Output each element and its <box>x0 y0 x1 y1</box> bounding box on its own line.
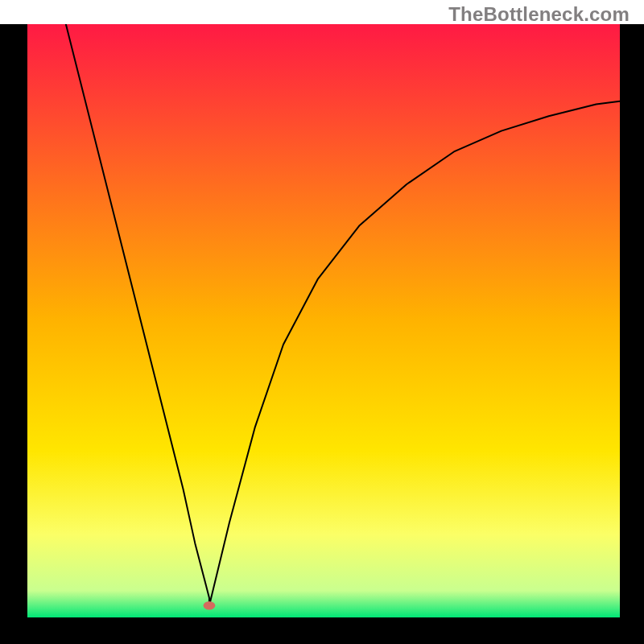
frame-left <box>0 0 27 644</box>
chart-stage: TheBottleneck.com <box>0 0 644 644</box>
minimum-marker <box>204 601 216 609</box>
watermark-text: TheBottleneck.com <box>448 3 630 26</box>
plot-background <box>27 24 620 617</box>
frame-right <box>620 0 644 644</box>
bottleneck-chart <box>0 0 644 644</box>
frame-bottom <box>0 617 644 644</box>
